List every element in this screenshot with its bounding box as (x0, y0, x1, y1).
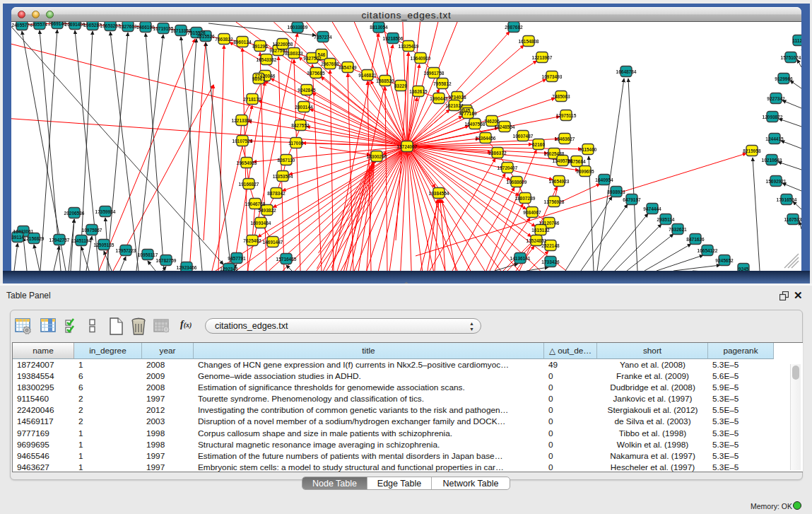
svg-text:16033809: 16033809 (288, 25, 308, 30)
svg-text:1588520: 1588520 (376, 78, 394, 83)
svg-text:117006: 117006 (288, 141, 304, 146)
svg-text:12923466: 12923466 (177, 265, 197, 270)
svg-text:1615132: 1615132 (531, 228, 550, 233)
svg-text:16497568: 16497568 (465, 122, 486, 127)
svg-text:2087682: 2087682 (505, 25, 523, 30)
svg-text:9115460: 9115460 (579, 147, 597, 152)
svg-text:12093872: 12093872 (763, 115, 783, 119)
svg-text:7485063: 7485063 (552, 94, 570, 99)
svg-text:12156829: 12156829 (24, 236, 45, 241)
svg-text:9245: 9245 (739, 267, 749, 271)
svg-text:8267110: 8267110 (278, 158, 295, 163)
svg-text:16782759: 16782759 (156, 258, 177, 263)
svg-text:13640910: 13640910 (411, 56, 431, 61)
svg-text:1244415: 1244415 (765, 136, 784, 141)
svg-text:18300295: 18300295 (367, 154, 387, 159)
svg-text:9227342: 9227342 (767, 96, 785, 101)
svg-text:20206536: 20206536 (64, 211, 85, 216)
svg-text:10654122: 10654122 (698, 248, 718, 253)
svg-text:10958117: 10958117 (138, 252, 158, 257)
svg-text:9474444: 9474444 (643, 206, 661, 211)
svg-text:9245652: 9245652 (715, 258, 734, 263)
svg-text:2967608: 2967608 (321, 62, 339, 66)
svg-text:16248554: 16248554 (495, 124, 515, 129)
svg-text:19166827: 19166827 (239, 182, 259, 187)
svg-text:10688609: 10688609 (507, 180, 527, 185)
svg-text:7515526: 7515526 (196, 34, 215, 39)
svg-text:6479197: 6479197 (623, 197, 641, 202)
svg-text:10107523: 10107523 (233, 139, 253, 144)
svg-text:10025438: 10025438 (544, 151, 565, 156)
svg-text:9734028: 9734028 (448, 95, 466, 100)
svg-text:8938923: 8938923 (607, 189, 625, 194)
svg-text:1167533: 1167533 (784, 217, 801, 222)
svg-text:6466100: 6466100 (136, 25, 155, 30)
svg-text:16961758: 16961758 (424, 71, 445, 76)
svg-text:2935114: 2935114 (657, 217, 675, 222)
svg-text:7632621: 7632621 (669, 227, 687, 232)
svg-text:20691406: 20691406 (65, 22, 86, 27)
svg-text:15751074: 15751074 (781, 55, 801, 60)
svg-text:17359934: 17359934 (95, 209, 116, 214)
svg-text:7955812: 7955812 (433, 81, 452, 86)
svg-text:9242845: 9242845 (298, 88, 316, 93)
svg-text:21364456: 21364456 (476, 136, 496, 141)
svg-text:1362615: 1362615 (409, 89, 428, 94)
svg-text:8475684: 8475684 (567, 159, 586, 164)
svg-text:62160: 62160 (532, 142, 545, 147)
svg-text:10120746: 10120746 (539, 221, 560, 226)
svg-text:83220: 83220 (394, 83, 407, 88)
svg-text:16154808: 16154808 (519, 39, 539, 44)
svg-text:9457791: 9457791 (228, 256, 246, 261)
svg-text:7625402: 7625402 (243, 238, 261, 243)
svg-text:16648784: 16648784 (616, 69, 637, 74)
svg-text:13756928: 13756928 (544, 199, 565, 204)
svg-text:7663822: 7663822 (215, 37, 233, 42)
svg-text:9699695: 9699695 (576, 169, 594, 174)
svg-text:17942757: 17942757 (49, 238, 70, 243)
svg-text:8427552: 8427552 (291, 123, 310, 128)
svg-text:16543362: 16543362 (257, 57, 277, 62)
svg-text:13524851: 13524851 (526, 238, 547, 243)
svg-text:2718170: 2718170 (243, 97, 261, 102)
svg-text:16093484: 16093484 (251, 221, 271, 226)
svg-text:8471626: 8471626 (686, 237, 705, 242)
svg-text:10975867: 10975867 (82, 228, 102, 233)
svg-text:18724007: 18724007 (397, 144, 418, 149)
svg-text:13226058: 13226058 (273, 42, 293, 47)
svg-text:1292346: 1292346 (220, 267, 238, 271)
svg-text:12213967: 12213967 (532, 55, 553, 60)
svg-text:1621022: 1621022 (445, 103, 464, 108)
svg-text:12213309: 12213309 (232, 118, 252, 123)
svg-text:2386372: 2386372 (488, 151, 507, 156)
svg-text:19046768: 19046768 (245, 201, 266, 206)
svg-text:18807289: 18807289 (515, 196, 536, 201)
svg-text:8215958: 8215958 (743, 148, 761, 153)
svg-text:11123: 11123 (792, 38, 801, 43)
svg-text:9084067: 9084067 (523, 210, 541, 215)
svg-text:8878342: 8878342 (267, 191, 286, 196)
svg-text:9777169: 9777169 (459, 111, 477, 116)
svg-text:18463627: 18463627 (555, 136, 575, 141)
svg-text:14136141: 14136141 (510, 256, 531, 261)
svg-text:12505135: 12505135 (94, 243, 114, 247)
svg-text:98961: 98961 (252, 76, 265, 81)
svg-text:1733426: 1733426 (541, 259, 560, 264)
svg-text:17016534: 17016534 (777, 197, 797, 202)
svg-text:8960124: 8960124 (233, 40, 252, 45)
svg-text:1327602: 1327602 (119, 24, 137, 29)
svg-text:7357274: 7357274 (314, 35, 332, 40)
svg-text:17957223: 17957223 (116, 248, 136, 253)
svg-text:10607487: 10607487 (513, 134, 534, 139)
svg-text:2803144: 2803144 (295, 105, 313, 110)
svg-text:1990443: 1990443 (430, 96, 448, 101)
svg-text:205574: 205574 (32, 22, 47, 27)
svg-text:8813054: 8813054 (370, 25, 388, 30)
svg-text:8186323: 8186323 (285, 51, 303, 56)
svg-text:3875685: 3875685 (307, 71, 325, 76)
svg-text:891295: 891295 (252, 44, 268, 49)
svg-text:8454749: 8454749 (339, 65, 357, 70)
svg-text:15720407: 15720407 (498, 165, 518, 170)
svg-text:14691447: 14691447 (263, 240, 283, 245)
svg-text:12975115: 12975115 (556, 113, 577, 118)
